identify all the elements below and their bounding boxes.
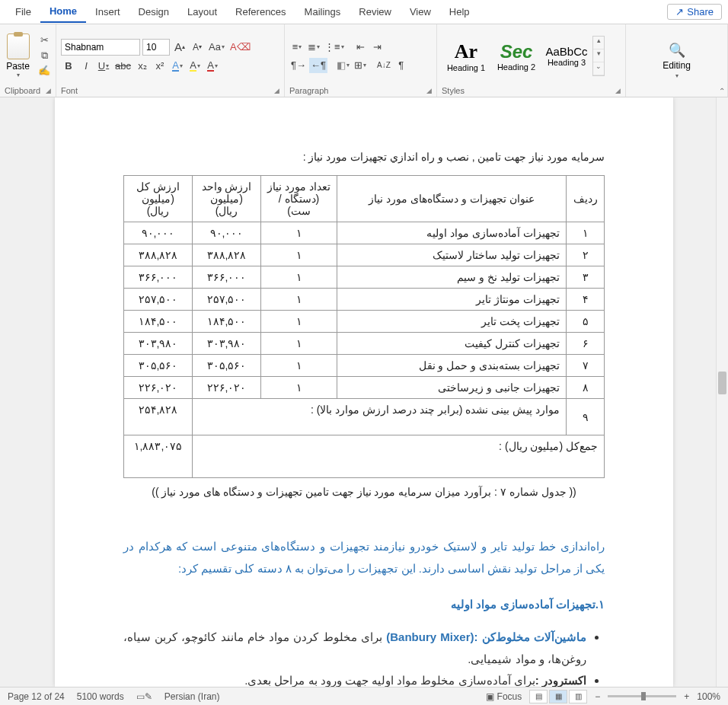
table-row: ۷تجهیزات بسته‌بندی و حمل و نقل۱۳۰۵,۵۶۰۳۰… [124, 355, 605, 377]
table-row: ۵تجهیزات پخت تایر۱۱۸۴,۵۰۰۱۸۴,۵۰۰ [124, 311, 605, 333]
scrollbar-thumb[interactable] [718, 372, 726, 394]
status-bar: Page 12 of 24 5100 words ▭✎ Persian (Ira… [0, 687, 728, 705]
read-mode-button[interactable]: ▤ [529, 690, 548, 703]
style-heading3[interactable]: AaBbCc Heading 3 [542, 35, 591, 78]
cut-button[interactable]: ✂ [37, 34, 51, 48]
editing-button[interactable]: 🔍 Editing ▾ [658, 42, 696, 79]
paste-button[interactable]: Paste ▾ [5, 33, 31, 78]
strikethrough-button[interactable]: abc [113, 59, 133, 74]
language-indicator[interactable]: Persian (Iran) [164, 691, 220, 702]
tab-help[interactable]: Help [440, 2, 479, 22]
page[interactable]: سرمایه مورد نیاز جهت تامین , نصب و راه ا… [55, 97, 673, 687]
tab-review[interactable]: Review [350, 2, 401, 22]
equipment-table: ردیف عنوان تجهیزات و دستگاه‌های مورد نیا… [123, 175, 605, 478]
editing-label: Editing [663, 60, 691, 71]
style-label: Heading 2 [497, 62, 535, 72]
paragraph-launcher[interactable]: ◢ [426, 87, 432, 94]
table-row: ۶تجهیزات کنترل کیفیت۱۳۰۳,۹۸۰۳۰۳,۹۸۰ [124, 333, 605, 355]
styles-launcher[interactable]: ◢ [615, 87, 621, 94]
font-color-button[interactable]: A [205, 59, 220, 74]
clear-formatting-button[interactable]: A⌫ [228, 40, 252, 55]
zoom-level[interactable]: 100% [697, 691, 720, 702]
table-row: ۲تجهیزات تولید ساختار لاستیک۱۳۸۸,۸۲۸۳۸۸,… [124, 244, 605, 266]
subscript-button[interactable]: x₂ [135, 59, 150, 74]
numbering-button[interactable]: ≣ [306, 40, 321, 55]
increase-indent-button[interactable]: ⇥ [370, 40, 385, 55]
table-row: ۳تجهیزات تولید نخ و سیم۱۳۶۶,۰۰۰۳۶۶,۰۰۰ [124, 266, 605, 289]
focus-mode-button[interactable]: ▣ Focus [486, 691, 522, 702]
style-heading1[interactable]: Ar Heading 1 [442, 35, 490, 78]
tab-home[interactable]: Home [40, 1, 86, 23]
decrease-indent-button[interactable]: ⇤ [353, 40, 369, 55]
styles-scroll[interactable]: ▴▾⌄ [592, 36, 605, 76]
collapse-ribbon-button[interactable]: ⌃ [719, 87, 725, 95]
print-layout-button[interactable]: ▦ [549, 690, 567, 703]
vertical-scrollbar[interactable] [716, 97, 728, 687]
th-row: ردیف [567, 176, 605, 222]
paragraph-group-label: Paragraph [289, 86, 328, 95]
share-label: Share [687, 6, 714, 18]
bullets-button[interactable]: ≡ [289, 40, 305, 55]
change-case-button[interactable]: Aa [207, 40, 226, 55]
proofing-icon[interactable]: ▭✎ [136, 691, 152, 702]
italic-button[interactable]: I [78, 59, 94, 74]
style-label: Heading 3 [548, 58, 586, 67]
th-title: عنوان تجهیزات و دستگاه‌های مورد نیاز [337, 176, 567, 222]
format-painter-button[interactable]: ✍ [37, 65, 51, 78]
paste-label: Paste [6, 61, 30, 72]
text-effects-button[interactable]: A [170, 59, 185, 74]
superscript-button[interactable]: x² [152, 59, 168, 74]
tab-design[interactable]: Design [129, 2, 178, 22]
share-icon: ↗ [675, 6, 684, 18]
zoom-in-button[interactable]: + [684, 691, 689, 702]
zoom-out-button[interactable]: − [595, 691, 600, 702]
multilevel-button[interactable]: ⋮≡ [323, 40, 346, 55]
tab-view[interactable]: View [401, 2, 440, 22]
tab-references[interactable]: References [226, 2, 295, 22]
tab-file[interactable]: File [6, 2, 40, 22]
list-item: اکسترودر :برای آماده‌سازی مخلوط مواد اول… [123, 670, 586, 687]
font-name-combo[interactable] [61, 39, 140, 56]
tab-mailings[interactable]: Mailings [295, 2, 350, 22]
table-caption: (( جدول شماره ۷ : برآورد میزان سرمایه مو… [123, 486, 605, 498]
bold-button[interactable]: B [61, 59, 76, 74]
share-button[interactable]: ↗ Share [667, 4, 722, 20]
sort-button[interactable]: A↓Z [375, 58, 392, 73]
shrink-font-button[interactable]: A▾ [190, 40, 205, 55]
highlight-button[interactable]: A [187, 59, 203, 74]
th-total: ارزش کل (میلیون ریال) [124, 176, 193, 222]
show-marks-button[interactable]: ¶ [394, 58, 409, 73]
shading-button[interactable]: ◧ [335, 58, 351, 73]
table-sum-row: جمع‌کل (میلیون ریال) :۱,۸۸۳,۰۷۵ [124, 435, 605, 478]
copy-button[interactable]: ⧉ [37, 49, 51, 63]
list-heading: ۱.تجهیزات آماده‌سازی مواد اولیه [123, 598, 605, 611]
borders-button[interactable]: ⊞ [353, 58, 368, 73]
grow-font-button[interactable]: A▴ [172, 40, 187, 55]
style-heading2[interactable]: Sec Heading 2 [492, 35, 541, 78]
tab-insert[interactable]: Insert [86, 2, 129, 22]
body-paragraph: راه‌اندازی خط تولید تایر و لاستیک خودرو … [123, 536, 605, 579]
underline-button[interactable]: U [96, 59, 111, 74]
rtl-button[interactable]: ←¶ [309, 58, 327, 73]
tab-layout[interactable]: Layout [178, 2, 226, 22]
ribbon-tabs: File Home Insert Design Layout Reference… [0, 0, 728, 24]
style-label: Heading 1 [447, 63, 485, 72]
table-row: ۱تجهیزات آماده‌سازی مواد اولیه۱۹۰,۰۰۰۹۰,… [124, 222, 605, 244]
list-item: ماشین‌آلات مخلوط‌کن :(Banbury Mixer) برا… [123, 627, 586, 670]
clipboard-launcher[interactable]: ◢ [46, 87, 51, 94]
th-unit: ارزش واحد (میلیون ریال) [193, 176, 261, 222]
table-row: ۹موارد پیش بینی نشده (برابر چند درصد ارز… [124, 399, 605, 435]
paste-icon [7, 33, 30, 59]
ltr-button[interactable]: ¶→ [289, 58, 308, 73]
font-launcher[interactable]: ◢ [274, 87, 279, 94]
styles-gallery[interactable]: Ar Heading 1 Sec Heading 2 AaBbCc Headin… [442, 35, 605, 78]
web-layout-button[interactable]: ▥ [569, 690, 587, 703]
table-row: ۴تجهیزات مونتاژ تایر۱۲۵۷,۵۰۰۲۵۷,۵۰۰ [124, 289, 605, 311]
section-title: سرمایه مورد نیاز جهت تامین , نصب و راه ا… [123, 151, 605, 163]
font-size-combo[interactable] [142, 39, 170, 56]
page-indicator[interactable]: Page 12 of 24 [8, 691, 65, 702]
zoom-slider[interactable] [608, 695, 676, 697]
table-row: ۸تجهیزات جانبی و زیرساختی۱۲۲۶,۰۲۰۲۲۶,۰۲۰ [124, 377, 605, 399]
styles-group-label: Styles [442, 86, 465, 95]
word-count[interactable]: 5100 words [77, 691, 124, 702]
